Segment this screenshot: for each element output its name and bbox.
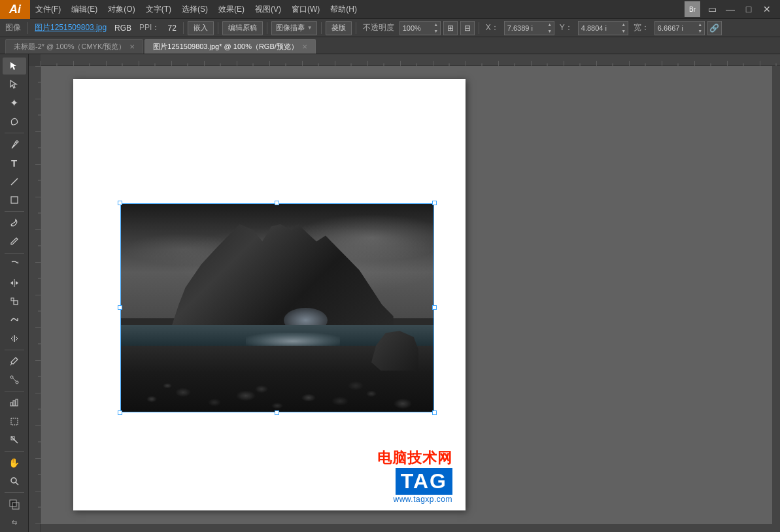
image-object[interactable] [120,203,434,412]
artboard-tool[interactable] [3,412,26,429]
vertical-ruler [29,66,41,532]
magic-wand-tool[interactable]: ✦ [3,95,26,112]
svg-line-2 [11,178,18,185]
rect-tool[interactable] [3,191,26,208]
svg-line-12 [10,363,12,365]
handle-bottom-left[interactable] [118,410,122,415]
mode-toggle[interactable]: ▭ [703,3,721,16]
watermark-url: www.tagxp.com [393,495,452,504]
main-area: ✦ T [0,54,780,532]
tool-sep-7 [5,492,24,493]
link-icon-btn[interactable]: 🔗 [707,21,722,35]
watermark-title: 电脑技术网 [377,448,452,468]
menu-help[interactable]: 帮助(H) [325,0,362,18]
handle-top-center[interactable] [275,201,279,205]
align-icon-btn[interactable]: ⊟ [460,21,475,35]
text-tool[interactable]: T [3,154,26,171]
menu-edit[interactable]: 编辑(E) [66,0,103,18]
paintbrush-tool[interactable] [3,214,26,231]
menu-object[interactable]: 对象(O) [103,0,140,18]
y-input[interactable] [578,21,620,35]
menu-window[interactable]: 窗口(W) [286,0,325,18]
handle-bottom-center[interactable] [275,410,279,415]
svg-rect-17 [13,401,15,406]
hand-tool[interactable]: ✋ [3,454,26,471]
svg-rect-28 [41,54,780,66]
canvas-area[interactable]: 电脑技术网 TAG www.tagxp.com [29,54,780,532]
zoom-tool[interactable] [3,473,26,490]
w-down-arrow[interactable]: ▼ [696,28,704,35]
handle-top-left[interactable] [118,201,122,205]
svg-point-14 [16,381,18,384]
horizontal-scrollbar[interactable] [41,524,780,532]
w-label: 宽： [631,22,652,33]
canvas-scroll-area[interactable]: 电脑技术网 TAG www.tagxp.com [41,66,780,532]
tab-untitled[interactable]: 未标题-2* @ 100%（CMYK/预览） ✕ [5,39,143,54]
tab-untitled-label: 未标题-2* @ 100%（CMYK/预览） [14,42,126,52]
menu-view[interactable]: 视图(V) [250,0,286,18]
toolbar-sep-5 [321,22,322,34]
direct-selection-tool[interactable] [3,76,26,93]
tool-sep-1 [5,133,24,133]
svg-rect-18 [16,399,18,406]
x-up-arrow[interactable]: ▲ [546,22,554,28]
blend-tool[interactable] [3,371,26,388]
w-up-arrow[interactable]: ▲ [696,22,704,28]
rotate-tool[interactable] [3,256,26,273]
toolbar-opacity-label: 不透明度 [360,22,397,33]
svg-rect-19 [11,418,18,425]
svg-marker-0 [10,62,16,70]
swap-colors[interactable]: ⇆ [3,514,26,531]
tool-sep-6 [5,451,24,452]
tab-untitled-close[interactable]: ✕ [129,43,135,50]
image-trace-dropdown[interactable]: 图像描摹 [271,21,317,35]
maximize-button[interactable]: □ [739,3,758,16]
x-down-arrow[interactable]: ▼ [546,28,554,35]
pen-tool[interactable] [3,136,26,153]
opacity-input[interactable] [399,21,432,35]
artboard: 电脑技术网 TAG www.tagxp.com [73,79,466,510]
handle-middle-right[interactable] [432,305,437,310]
fill-color[interactable] [3,495,26,512]
rasterize-button[interactable]: 菱版 [326,21,352,35]
width-tool[interactable] [3,330,26,347]
selection-tool[interactable] [3,58,26,75]
menu-file[interactable]: 文件(F) [30,0,66,18]
horizontal-ruler [41,54,780,66]
transform-icon-btn[interactable]: ⊞ [443,21,458,35]
scale-tool[interactable] [3,293,26,310]
column-graph-tool[interactable] [3,394,26,411]
vertical-scrollbar[interactable] [772,66,780,524]
y-down-arrow[interactable]: ▼ [620,28,628,35]
w-input[interactable] [654,21,696,35]
menu-effect[interactable]: 效果(E) [213,0,250,18]
opacity-up-arrow[interactable]: ▲ [432,22,440,28]
menu-select[interactable]: 选择(S) [177,0,213,18]
lasso-tool[interactable] [3,113,26,130]
tab-image-close[interactable]: ✕ [302,43,307,50]
slice-tool[interactable] [3,431,26,448]
opacity-input-group: ▲ ▼ [399,21,441,35]
handle-middle-left[interactable] [118,305,122,310]
tab-image[interactable]: 图片1251509803.jpg* @ 100%（RGB/预览） ✕ [144,39,316,54]
y-input-group: ▲ ▼ [578,21,628,35]
x-label: X： [483,22,501,33]
line-tool[interactable] [3,173,26,190]
opacity-down-arrow[interactable]: ▼ [432,28,440,35]
edit-original-button[interactable]: 编辑原稿 [222,21,263,35]
mirror-tool[interactable] [3,274,26,291]
left-toolbar: ✦ T [0,54,29,532]
embed-button[interactable]: 嵌入 [188,21,214,35]
eyedropper-tool[interactable] [3,353,26,370]
handle-top-right[interactable] [432,201,437,205]
toolbar-sep-2 [183,22,184,34]
handle-bottom-right[interactable] [432,410,437,415]
x-input[interactable] [504,21,546,35]
toolbar-sep-7 [479,22,479,34]
minimize-button[interactable]: — [721,3,739,16]
close-button[interactable]: ✕ [758,3,776,16]
warp-tool[interactable] [3,311,26,328]
y-up-arrow[interactable]: ▲ [620,22,628,28]
pencil-tool[interactable] [3,233,26,250]
menu-text[interactable]: 文字(T) [141,0,177,18]
